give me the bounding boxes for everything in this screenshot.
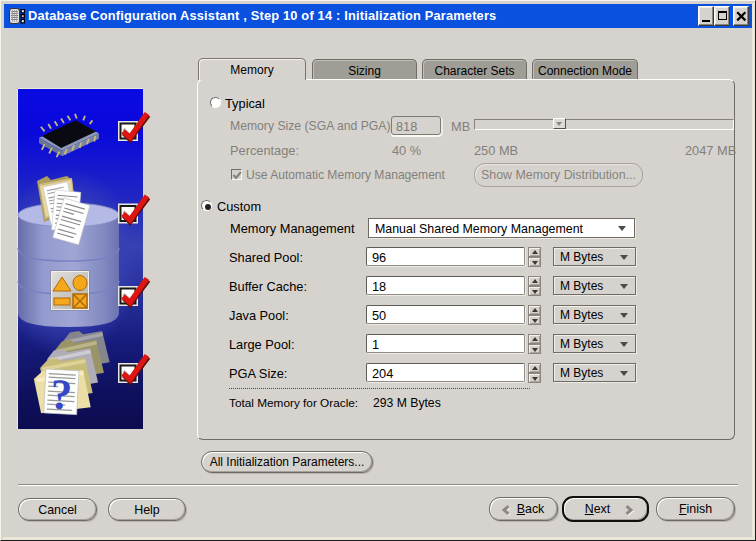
svg-text:?: ? <box>49 370 73 418</box>
